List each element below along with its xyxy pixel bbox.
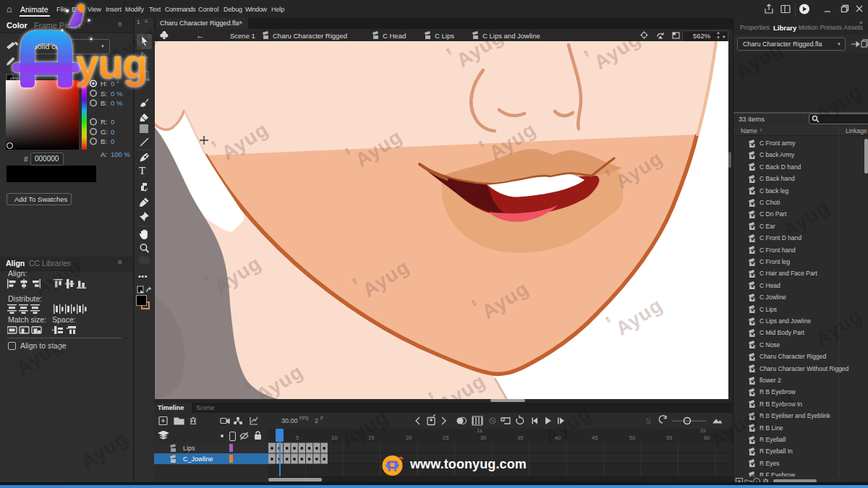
svg-text:0: 0 [111, 118, 114, 126]
svg-text:A:: A: [101, 150, 107, 158]
svg-text:yug: yug [76, 40, 147, 87]
svg-text:30.00: 30.00 [281, 417, 298, 424]
svg-text:S: S [646, 417, 651, 425]
svg-text:FPS: FPS [299, 416, 309, 421]
svg-text:F: F [320, 416, 323, 421]
svg-text:G:: G: [101, 128, 108, 136]
svg-text:R:: R: [101, 118, 108, 126]
svg-text:0: 0 [111, 128, 114, 136]
svg-text:B:: B: [101, 137, 107, 145]
svg-text:2: 2 [315, 417, 318, 424]
svg-text:0: 0 [111, 137, 114, 145]
svg-text:100 %: 100 % [111, 150, 130, 158]
